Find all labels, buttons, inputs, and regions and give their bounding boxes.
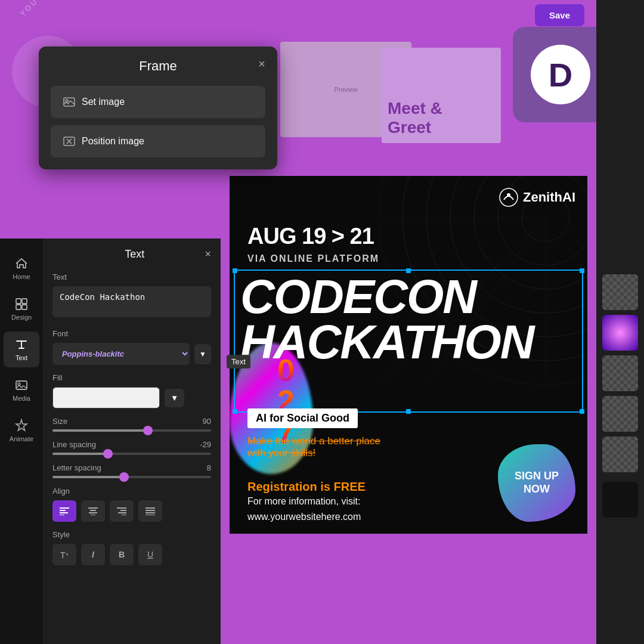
- set-image-icon: [63, 95, 76, 109]
- style-row: T+ I B U: [52, 544, 211, 565]
- line-spacing-value: -29: [200, 440, 211, 449]
- poster-reg-info-line2: www.yourwebsitehere.com: [247, 509, 366, 525]
- set-image-button[interactable]: Set image: [51, 86, 265, 118]
- letter-spacing-value: 8: [207, 463, 211, 472]
- align-left-icon: [60, 507, 69, 515]
- line-spacing-slider-thumb[interactable]: [103, 449, 113, 459]
- size-slider-fill: [52, 429, 148, 432]
- poster-reg-info-line1: For more information, visit:: [247, 494, 366, 509]
- thumb-5[interactable]: [602, 436, 638, 472]
- svg-point-37: [507, 193, 510, 197]
- sidebar-item-home[interactable]: Home: [4, 250, 39, 286]
- style-tt-button[interactable]: T+: [52, 544, 76, 565]
- fill-dropdown-button[interactable]: ▼: [165, 389, 184, 407]
- style-label: Style: [52, 530, 211, 539]
- countdown: 0 2 7: [277, 355, 295, 448]
- text-panel-close-button[interactable]: ×: [205, 248, 211, 261]
- sidebar-item-text[interactable]: Text: [4, 332, 39, 367]
- font-select[interactable]: Poppins-blackitc: [52, 343, 190, 365]
- poster-title-line1: CODECON: [240, 274, 577, 320]
- text-icon: [14, 338, 29, 352]
- svg-rect-6: [22, 305, 27, 309]
- thumb-1[interactable]: [602, 274, 638, 310]
- sidebar-item-design-label: Design: [11, 314, 32, 321]
- thumb-4[interactable]: [602, 396, 638, 432]
- font-label: Font: [52, 329, 211, 338]
- style-italic-button[interactable]: I: [81, 544, 105, 565]
- zenithai-logo-icon: [499, 188, 518, 207]
- poster-desc-line2: with your skills!: [247, 447, 380, 459]
- style-underline-button[interactable]: U: [138, 544, 162, 565]
- svg-rect-4: [22, 299, 27, 304]
- line-spacing-slider-row: Line spacing -29: [52, 440, 211, 455]
- animate-icon: [14, 419, 29, 433]
- svg-rect-5: [16, 305, 21, 309]
- poster-date: AUG 19 > 21: [247, 224, 374, 249]
- text-input[interactable]: CodeCon Hackathon: [52, 286, 211, 317]
- design-icon: [14, 297, 29, 311]
- letter-spacing-slider-track[interactable]: [52, 476, 211, 478]
- handle-br[interactable]: [580, 409, 584, 414]
- poster-reg-free: Registration is FREE: [247, 480, 366, 494]
- thumb-2[interactable]: [602, 315, 638, 351]
- poster-subtitle-badge: AI for Social Good: [247, 408, 358, 428]
- text-side-label: Text: [227, 355, 250, 369]
- letter-spacing-slider-thumb[interactable]: [119, 472, 129, 482]
- thumb-3[interactable]: [602, 355, 638, 391]
- letter-spacing-slider-row: Letter spacing 8: [52, 463, 211, 478]
- home-icon: [14, 256, 29, 271]
- position-image-label: Position image: [82, 136, 144, 147]
- sidebar-item-media[interactable]: Media: [4, 372, 39, 408]
- size-slider-row: Size 90: [52, 417, 211, 432]
- poster-subtitle-container: AI for Social Good: [247, 408, 358, 428]
- sidebar-item-design[interactable]: Design: [4, 291, 39, 327]
- align-right-button[interactable]: [110, 500, 134, 522]
- line-spacing-label: Line spacing: [52, 440, 96, 449]
- size-slider-track[interactable]: [52, 429, 211, 432]
- handle-tl[interactable]: [233, 268, 237, 273]
- text-label: Text: [52, 273, 211, 281]
- size-value: 90: [203, 417, 211, 426]
- signup-blob[interactable]: SIGN UP NOW: [498, 444, 575, 522]
- sidebar-item-media-label: Media: [13, 395, 30, 402]
- sidebar-item-animate[interactable]: Animate: [4, 413, 39, 448]
- thumb-checker-4: [602, 396, 638, 432]
- frame-popup-header: Frame ×: [51, 58, 265, 74]
- text-panel-title: Text: [64, 248, 205, 261]
- style-bold-button[interactable]: B: [110, 544, 134, 565]
- line-spacing-slider-fill: [52, 453, 108, 455]
- thumb-gradient-2: [602, 315, 638, 351]
- left-sidebar: Home Design Text Media Animate: [0, 239, 43, 644]
- line-spacing-slider-track[interactable]: [52, 453, 211, 455]
- thumb-checker-3: [602, 355, 638, 391]
- font-select-arrow[interactable]: ▼: [194, 344, 211, 364]
- fill-swatch[interactable]: [52, 387, 160, 408]
- signup-text: SIGN UP NOW: [515, 470, 559, 496]
- align-justify-icon: [145, 507, 155, 515]
- align-center-button[interactable]: [81, 500, 105, 522]
- size-slider-thumb[interactable]: [143, 426, 153, 435]
- sidebar-item-home-label: Home: [13, 273, 30, 280]
- letter-spacing-label: Letter spacing: [52, 463, 101, 472]
- position-image-button[interactable]: Position image: [51, 125, 265, 157]
- thumb-checker-1: [602, 274, 638, 310]
- align-justify-button[interactable]: [138, 500, 162, 522]
- position-image-icon: [63, 135, 76, 148]
- frame-popup: Frame × Set image Position image: [39, 47, 277, 169]
- top-toolbar: Save: [221, 0, 596, 30]
- set-image-label: Set image: [82, 97, 125, 107]
- sidebar-item-text-label: Text: [16, 354, 27, 361]
- handle-bc[interactable]: [406, 409, 411, 414]
- poster-title-container: CODECON HACKATHON: [240, 274, 577, 365]
- align-label: Align: [52, 487, 211, 496]
- poster-title-line2: HACKATHON: [240, 320, 577, 365]
- text-panel: Text × Text CodeCon Hackathon Font Poppi…: [43, 239, 221, 644]
- align-left-button[interactable]: [52, 500, 76, 522]
- thumb-checker-5: [602, 436, 638, 472]
- align-center-icon: [88, 507, 98, 515]
- frame-popup-close-button[interactable]: ×: [258, 57, 265, 71]
- save-button[interactable]: Save: [535, 4, 584, 26]
- design-card[interactable]: 0 2 7 ZenithAI AUG 19 > 21 VIA ONLINE PL…: [230, 176, 587, 534]
- thumb-dark-6[interactable]: [602, 482, 638, 518]
- align-row: [52, 500, 211, 522]
